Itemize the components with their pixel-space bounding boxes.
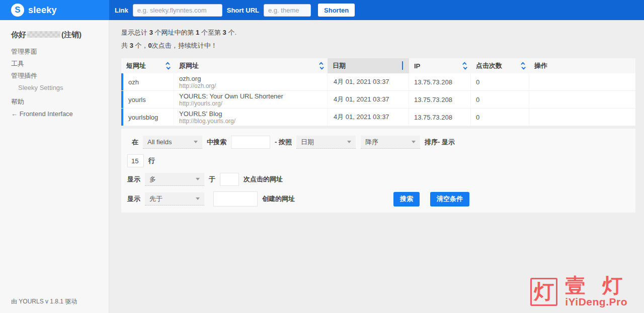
- link-input[interactable]: [133, 4, 222, 17]
- sort-icon[interactable]: [463, 62, 466, 69]
- original-url-link[interactable]: http://ozh.org/: [179, 82, 327, 89]
- table-row: yourls YOURLS: Your Own URL Shortener ht…: [121, 91, 635, 109]
- dropdown-caret-icon: [196, 197, 200, 200]
- logout-link[interactable]: (注销): [61, 30, 82, 39]
- date-cell: 4月 01, 2021 03:37: [334, 95, 409, 104]
- short-url-link[interactable]: ozh: [128, 78, 174, 86]
- short-url-link[interactable]: yourlsblog: [128, 114, 174, 121]
- user-greeting: 你好(注销): [11, 30, 109, 40]
- sort-icon[interactable]: [167, 62, 170, 69]
- links-table: 短网址 原网址 日期 IP 点击次数: [121, 58, 635, 126]
- actions-cell: [529, 91, 635, 108]
- column-header-date[interactable]: 日期: [328, 58, 409, 73]
- clicks-count-input[interactable]: [220, 173, 239, 186]
- url-title: ozh.org: [179, 75, 327, 82]
- sidebar-item-manage-plugins[interactable]: 管理插件: [11, 72, 109, 80]
- topbar: S sleeky Link Short URL Shorten: [0, 0, 644, 20]
- created-date-input[interactable]: [213, 191, 258, 206]
- filter-row-search: 在 All fields 中搜索 - 按照 日期 降序 排序- 显示: [127, 136, 635, 149]
- dropdown-caret-icon: [412, 141, 416, 143]
- search-in-label: 中搜索: [207, 138, 226, 147]
- filter-buttons: 搜索 清空条件: [393, 192, 469, 206]
- show-label: 显示: [127, 175, 140, 184]
- shorten-toolbar: Link Short URL Shorten: [109, 0, 644, 20]
- column-header-ip[interactable]: IP: [409, 58, 471, 73]
- sort-icon[interactable]: [320, 62, 323, 69]
- date-compare-select[interactable]: 先于: [145, 192, 204, 205]
- clicks-cell: 0: [476, 114, 529, 121]
- dropdown-caret-icon: [196, 178, 200, 180]
- seal-logo-icon: 灯: [530, 278, 557, 306]
- table-row: ozh ozh.org http://ozh.org/ 4月 01, 2021 …: [121, 73, 635, 91]
- row-accent-bar: [121, 91, 123, 108]
- shorten-button[interactable]: Shorten: [318, 4, 355, 17]
- actions-cell: [529, 109, 635, 126]
- than-label: 于: [209, 175, 215, 184]
- censored-username: [27, 31, 60, 38]
- brand-domain: iYiDeng.Pro: [565, 296, 627, 308]
- sleeky-logo-icon: S: [11, 4, 24, 17]
- short-url-label: Short URL: [227, 7, 259, 14]
- ip-cell: 13.75.73.208: [414, 96, 470, 103]
- logo-initial: S: [15, 5, 20, 15]
- logo[interactable]: S sleeky: [0, 0, 109, 20]
- created-suffix-label: 创建的网址: [262, 194, 295, 203]
- sidebar-item-tools[interactable]: 工具: [11, 60, 109, 68]
- dropdown-caret-icon: [194, 141, 198, 143]
- filter-panel: 在 All fields 中搜索 - 按照 日期 降序 排序- 显示: [121, 129, 635, 213]
- clicks-suffix-label: 次点击的网址: [244, 175, 283, 184]
- show-label: 显示: [127, 194, 140, 203]
- sidebar-nav: 管理界面 工具 管理插件 Sleeky Settings 帮助 ← Fronte…: [11, 48, 109, 118]
- summary-line-1: 显示总计 3 个网址中的第 1 个至第 3 个.: [121, 28, 644, 37]
- dropdown-caret-icon: [347, 141, 351, 143]
- actions-cell: [529, 73, 635, 90]
- watermark: 灯 壹灯 iYiDeng.Pro: [530, 275, 627, 308]
- back-arrow-icon: ←: [11, 110, 18, 118]
- filter-row-date: 显示 先于 创建的网址 搜索 清空条件: [127, 191, 635, 206]
- search-button[interactable]: 搜索: [393, 192, 420, 206]
- search-input[interactable]: [231, 136, 270, 149]
- original-url-link[interactable]: http://blog.yourls.org/: [179, 118, 327, 125]
- brand-characters: 壹灯: [565, 275, 627, 295]
- powered-by-text: 由 YOURLS v 1.8.1 驱动: [11, 297, 77, 306]
- clicks-compare-select[interactable]: 多: [145, 173, 204, 186]
- main-content: 显示总计 3 个网址中的第 1 个至第 3 个. 共 3 个，0次点击，持续统计…: [109, 20, 644, 313]
- original-url-link[interactable]: http://yourls.org/: [179, 100, 327, 107]
- order-by-label: - 按照: [275, 138, 292, 147]
- filter-row-perpage: 行: [127, 154, 635, 167]
- short-url-link[interactable]: yourls: [128, 96, 174, 103]
- url-title: YOURLS: Your Own URL Shortener: [179, 92, 327, 100]
- row-accent-bar: [121, 109, 123, 126]
- sidebar-item-sleeky-settings[interactable]: Sleeky Settings: [11, 84, 109, 92]
- sort-order-select[interactable]: 降序: [361, 136, 420, 149]
- column-header-short-url[interactable]: 短网址: [121, 58, 174, 73]
- sort-desc-icon[interactable]: [402, 62, 403, 70]
- search-field-select[interactable]: All fields: [143, 136, 202, 149]
- in-label: 在: [132, 138, 138, 147]
- logo-text: sleeky: [28, 5, 57, 16]
- ip-cell: 13.75.73.208: [414, 78, 470, 86]
- sort-display-label: 排序- 显示: [425, 138, 455, 147]
- frontend-interface-label: Frontend Interface: [20, 110, 73, 118]
- url-title: YOURLS' Blog: [179, 110, 327, 118]
- sort-icon[interactable]: [522, 62, 525, 69]
- order-by-select[interactable]: 日期: [296, 136, 356, 149]
- short-url-input[interactable]: [264, 4, 311, 17]
- column-header-original-url[interactable]: 原网址: [174, 58, 328, 73]
- filter-row-clicks: 显示 多 于 次点击的网址: [127, 173, 635, 186]
- column-header-clicks[interactable]: 点击次数: [471, 58, 529, 73]
- rows-label: 行: [148, 156, 155, 165]
- greeting-prefix: 你好: [11, 30, 26, 39]
- sidebar-item-frontend-interface[interactable]: ← Frontend Interface: [11, 110, 109, 118]
- sidebar: 你好(注销) 管理界面 工具 管理插件 Sleeky Settings 帮助 ←…: [0, 20, 109, 313]
- column-header-actions: 操作: [529, 58, 635, 73]
- sidebar-item-help[interactable]: 帮助: [11, 98, 109, 106]
- per-page-input[interactable]: [127, 154, 144, 167]
- sidebar-item-admin-interface[interactable]: 管理界面: [11, 48, 109, 56]
- clear-filters-button[interactable]: 清空条件: [430, 192, 469, 206]
- date-cell: 4月 01, 2021 03:37: [334, 77, 409, 86]
- clicks-cell: 0: [476, 78, 529, 86]
- summary-line-2: 共 3 个，0次点击，持续统计中！: [121, 41, 644, 50]
- date-cell: 4月 01, 2021 03:37: [334, 113, 409, 122]
- table-header-row: 短网址 原网址 日期 IP 点击次数: [121, 58, 635, 73]
